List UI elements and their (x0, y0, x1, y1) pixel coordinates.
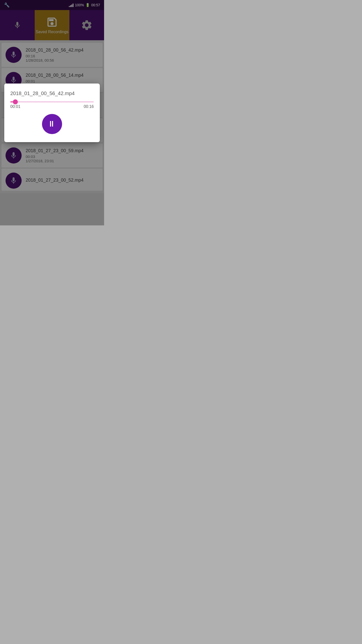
player-progress-container[interactable] (10, 101, 94, 102)
player-progress-thumb (13, 99, 18, 104)
pause-icon: ⏸ (48, 119, 57, 129)
player-progress-track[interactable] (10, 101, 94, 102)
pause-button[interactable]: ⏸ (42, 114, 62, 134)
player-modal: 2018_01_28_00_56_42.mp4 00:01 00:16 ⏸ (4, 84, 100, 142)
player-total-time: 00:16 (84, 104, 94, 109)
player-controls: ⏸ (10, 114, 94, 134)
player-filename: 2018_01_28_00_56_42.mp4 (10, 91, 94, 96)
player-overlay: 2018_01_28_00_56_42.mp4 00:01 00:16 ⏸ (0, 0, 104, 225)
player-current-time: 00:01 (10, 104, 20, 109)
player-time-row: 00:01 00:16 (10, 104, 94, 109)
